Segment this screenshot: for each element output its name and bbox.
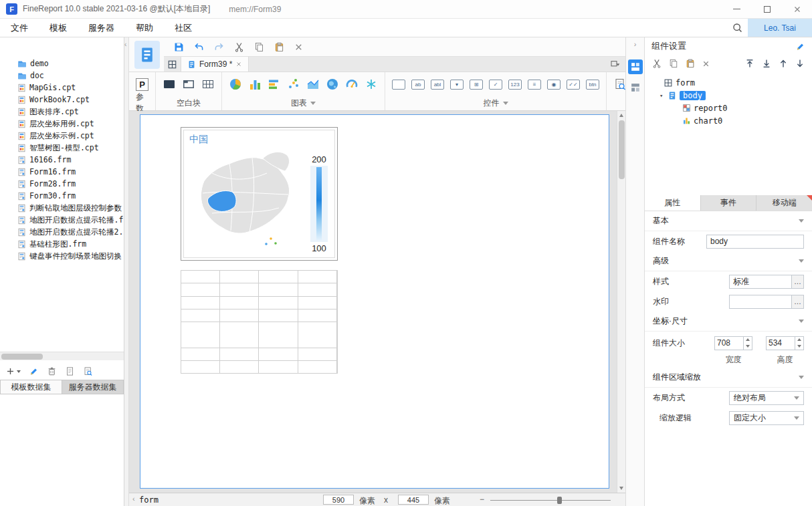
add-dataset-button[interactable]: [5, 366, 21, 376]
widget-settings-panel-button[interactable]: [628, 59, 643, 74]
tree-node-report0[interactable]: report0: [645, 102, 812, 114]
watermark-input[interactable]: [729, 295, 792, 309]
section-basic[interactable]: 基本: [645, 211, 812, 231]
menu-template[interactable]: 模板: [39, 19, 78, 37]
scroll-down-icon[interactable]: [619, 487, 623, 490]
style-input[interactable]: [729, 275, 792, 289]
number-widget-icon[interactable]: 123: [508, 80, 522, 90]
tab-list-dropdown-button[interactable]: [605, 57, 625, 72]
cut-icon[interactable]: [651, 58, 662, 69]
sidebar-hscrollbar[interactable]: [0, 352, 124, 360]
file-item[interactable]: WorkBook7.cpt: [0, 94, 124, 106]
canvas-height-input[interactable]: [398, 495, 429, 505]
stepper-up-icon[interactable]: [795, 337, 803, 344]
pie-chart-icon[interactable]: [229, 78, 242, 91]
maximize-button[interactable]: [752, 0, 782, 18]
file-item[interactable]: 键盘事件控制场景地图切换: [0, 250, 124, 262]
tab-mobile[interactable]: 移动端: [756, 195, 812, 211]
width-value-input[interactable]: [715, 337, 743, 350]
hscrollbar-thumb[interactable]: [1, 354, 43, 360]
search-button[interactable]: [726, 19, 748, 37]
parameter-pane-button[interactable]: P: [136, 78, 148, 91]
layout-mode-select[interactable]: 绝对布局: [729, 391, 804, 405]
template-list-button[interactable]: [164, 57, 181, 72]
calendar-widget-icon[interactable]: ⊞: [470, 80, 483, 90]
tab-server-datasets[interactable]: 服务器数据集: [62, 380, 124, 394]
blank-block-tab-icon[interactable]: [182, 78, 195, 91]
zoom-slider-handle[interactable]: [557, 497, 562, 504]
tree-node-form[interactable]: form: [645, 76, 812, 89]
stepper-down-icon[interactable]: [744, 343, 752, 350]
save-button[interactable]: [173, 41, 185, 53]
file-item[interactable]: 判断钻取地图层级控制参数: [0, 202, 124, 214]
file-item[interactable]: 图表排序.cpt: [0, 106, 124, 118]
undo-button[interactable]: [193, 41, 205, 53]
folder-item[interactable]: demo: [0, 57, 124, 70]
file-item[interactable]: 地图开启数据点提示轮播2.: [0, 226, 124, 238]
scroll-up-icon[interactable]: [619, 114, 623, 117]
file-item[interactable]: Form28.frm: [0, 178, 124, 190]
file-item[interactable]: 16166.frm: [0, 154, 124, 166]
watermark-more-button[interactable]: …: [792, 295, 804, 309]
radio-widget-icon[interactable]: ◉: [547, 80, 561, 90]
dropdown-widget-icon[interactable]: ▾: [450, 80, 464, 90]
tab-template-datasets[interactable]: 模板数据集: [0, 380, 62, 394]
zoom-out-button[interactable]: −: [480, 495, 484, 504]
chevron-down-icon[interactable]: [503, 102, 508, 105]
move-to-bottom-icon[interactable]: [761, 58, 772, 69]
button-widget-icon[interactable]: btn: [586, 80, 599, 90]
edit-pencil-icon[interactable]: [795, 41, 805, 51]
edit-dataset-button[interactable]: [29, 366, 39, 376]
scatter-chart-icon[interactable]: [287, 78, 300, 91]
section-advanced[interactable]: 高级: [645, 251, 812, 271]
design-canvas[interactable]: 中国: [129, 111, 625, 493]
textfield-widget-icon[interactable]: [392, 80, 405, 90]
height-value-input[interactable]: [767, 337, 795, 350]
gauge-chart-icon[interactable]: [345, 78, 359, 91]
vscrollbar-thumb[interactable]: [619, 120, 625, 179]
dataset-search-button[interactable]: [83, 366, 93, 376]
panel-collapse-handle[interactable]: ›: [634, 40, 637, 53]
tab-events[interactable]: 事件: [700, 195, 756, 211]
preview-dataset-button[interactable]: [65, 366, 75, 376]
expander-icon[interactable]: ▾: [659, 92, 665, 99]
textarea-widget-icon[interactable]: ab: [411, 80, 425, 90]
stepper-down-icon[interactable]: [795, 343, 803, 350]
checkbox-widget-icon[interactable]: ✓: [489, 80, 502, 90]
file-item[interactable]: 地图开启数据点提示轮播.f: [0, 214, 124, 226]
blank-block-solid-icon[interactable]: [163, 78, 176, 91]
report0-widget[interactable]: [181, 270, 338, 374]
chart0-widget[interactable]: 中国: [181, 127, 338, 261]
document-tab-form39[interactable]: Form39 *: [181, 57, 249, 72]
height-stepper[interactable]: [766, 336, 804, 350]
file-item[interactable]: Form30.frm: [0, 190, 124, 202]
minimize-button[interactable]: [722, 0, 752, 18]
redo-button[interactable]: [213, 41, 225, 53]
delete-button[interactable]: [294, 42, 304, 52]
file-item[interactable]: 基础柱形图.frm: [0, 238, 124, 250]
tree-node-chart0[interactable]: chart0: [645, 114, 812, 127]
canvas-width-input[interactable]: [323, 495, 354, 505]
checklist-widget-icon[interactable]: ✓✓: [567, 80, 580, 90]
blank-block-report-icon[interactable]: [201, 78, 215, 91]
menu-help[interactable]: 帮助: [125, 19, 164, 37]
user-account-button[interactable]: Leo. Tsai: [748, 19, 812, 37]
column-chart-icon[interactable]: [248, 78, 262, 91]
move-up-icon[interactable]: [778, 58, 789, 69]
menu-file[interactable]: 文件: [0, 19, 39, 37]
section-coords[interactable]: 坐标·尺寸: [645, 311, 812, 332]
bar-chart-icon[interactable]: [268, 78, 281, 91]
close-tab-icon[interactable]: [235, 61, 242, 68]
preview-page-icon[interactable]: [613, 78, 627, 91]
copy-icon[interactable]: [668, 58, 679, 69]
close-button[interactable]: [782, 0, 812, 18]
chevron-down-icon[interactable]: [310, 102, 316, 105]
template-home-button[interactable]: [134, 41, 160, 69]
folder-item[interactable]: doc: [0, 70, 124, 82]
map-chart-icon[interactable]: [326, 78, 339, 91]
copy-button[interactable]: [253, 41, 265, 53]
area-chart-icon[interactable]: [306, 78, 320, 91]
form-body-widget[interactable]: 中国: [140, 114, 609, 489]
width-stepper[interactable]: [714, 336, 752, 350]
menu-community[interactable]: 社区: [164, 19, 203, 37]
